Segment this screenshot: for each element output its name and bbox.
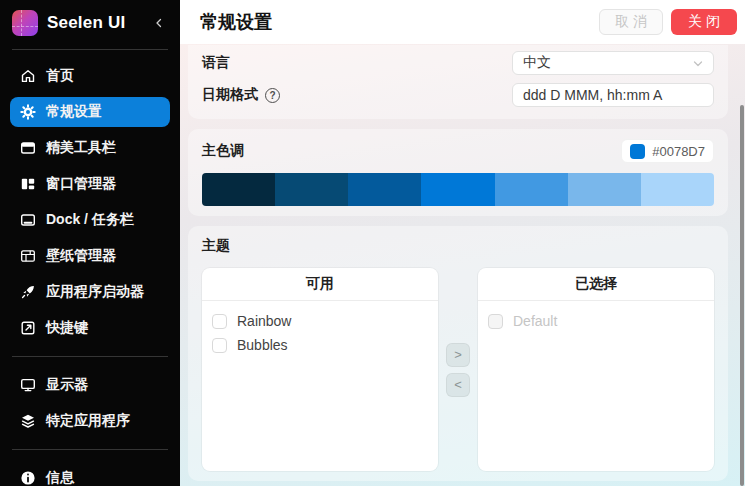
main-content: 常规设置 取 消 关 闭 语言 中文 日期格式 ? ddd [180,0,745,486]
rocket-icon [20,284,36,300]
checkbox-icon[interactable] [212,338,227,353]
palette-swatch [421,173,494,206]
selected-themes-list: Default [478,301,714,341]
app-logo [12,10,38,36]
dock-icon [20,212,36,228]
checkbox-icon [488,314,503,329]
help-question-icon[interactable]: ? [265,88,280,103]
palette-swatch [202,173,275,206]
sidebar-item-label: 应用程序启动器 [46,283,144,301]
sidebar-item-toolbar[interactable]: 精美工具栏 [10,133,170,163]
layers-icon [20,413,36,429]
sidebar-item-label: 信息 [46,469,74,486]
date-format-label: 日期格式 ? [202,86,280,104]
chevron-left-icon [154,14,164,32]
themes-label: 主题 [202,234,714,258]
sidebar-item-label: 快捷键 [46,319,88,337]
gear-icon [20,104,36,120]
sidebar-item-monitors[interactable]: 显示器 [10,370,170,400]
accent-color-swatch [630,144,645,159]
monitor-icon [20,377,36,393]
accent-color-row: 主色调 #0078D7 [202,137,714,165]
toolbar-icon [20,140,36,156]
cancel-button[interactable]: 取 消 [599,9,663,35]
palette-swatch [348,173,421,206]
sidebar-item-label: 窗口管理器 [46,175,116,193]
available-themes-header: 可用 [202,268,438,301]
sidebar-nav: 首页 常规设置 精美工具栏 窗口管理器 Dock / 任务栏 壁纸管理器 应用程… [10,61,170,486]
sidebar-item-general-settings[interactable]: 常规设置 [10,97,170,127]
date-format-row: 日期格式 ? ddd D MMM, hh:mm A [202,79,714,111]
accent-color-palette [202,173,714,206]
theme-item-rainbow[interactable]: Rainbow [212,310,428,332]
language-select-value: 中文 [523,54,551,72]
sidebar-divider [12,449,168,450]
checkbox-icon[interactable] [212,314,227,329]
sidebar-item-label: 首页 [46,67,74,85]
general-settings-card: 语言 中文 日期格式 ? ddd D MMM, hh:mm A [188,45,728,119]
sidebar-item-label: 壁纸管理器 [46,247,116,265]
move-left-button[interactable]: < [446,373,470,397]
accent-color-label: 主色调 [202,142,244,160]
sidebar-item-app-launcher[interactable]: 应用程序启动器 [10,277,170,307]
themes-transfer: 可用 Rainbow Bubbles > < [202,268,714,471]
transfer-buttons: > < [438,268,478,471]
selected-themes-panel: 已选择 Default [478,268,714,471]
date-format-input[interactable]: ddd D MMM, hh:mm A [512,83,714,107]
sidebar-item-information[interactable]: 信息 [10,463,170,486]
app-title: Seelen UI [47,13,141,33]
accent-color-card: 主色调 #0078D7 [188,129,728,216]
date-format-value: ddd D MMM, hh:mm A [523,87,662,103]
sidebar-divider [12,49,168,50]
theme-item-label: Default [513,313,557,329]
sidebar-item-specific-apps[interactable]: 特定应用程序 [10,406,170,436]
theme-item-label: Rainbow [237,313,291,329]
sidebar-item-label: 特定应用程序 [46,412,130,430]
sidebar-item-label: Dock / 任务栏 [46,211,134,229]
sidebar-item-shortcuts[interactable]: 快捷键 [10,313,170,343]
sidebar-item-wallpaper-manager[interactable]: 壁纸管理器 [10,241,170,271]
accent-color-hex: #0078D7 [652,144,705,159]
themes-card: 主题 可用 Rainbow Bubbles [188,226,728,481]
accent-color-picker-button[interactable]: #0078D7 [621,139,714,163]
sidebar-item-home[interactable]: 首页 [10,61,170,91]
language-row: 语言 中文 [202,47,714,79]
home-icon [20,68,36,84]
info-icon [20,470,36,486]
theme-item-label: Bubbles [237,337,288,353]
palette-swatch [568,173,641,206]
sidebar: Seelen UI 首页 常规设置 精美工具栏 窗口管理器 Dock / 任务栏 [0,0,180,486]
settings-scroll-area: 语言 中文 日期格式 ? ddd D MMM, hh:mm A [180,44,745,486]
language-label: 语言 [202,54,230,72]
app-logo-row: Seelen UI [10,8,170,42]
theme-item-default: Default [488,310,704,332]
shortcut-icon [20,320,36,336]
date-format-label-text: 日期格式 [202,86,258,104]
sidebar-item-label: 精美工具栏 [46,139,116,157]
window-manager-icon [20,176,36,192]
move-right-button[interactable]: > [446,343,470,367]
selected-themes-header: 已选择 [478,268,714,301]
sidebar-collapse-button[interactable] [150,14,168,32]
page-title: 常规设置 [200,10,591,34]
theme-item-bubbles[interactable]: Bubbles [212,334,428,356]
palette-swatch [275,173,348,206]
available-themes-panel: 可用 Rainbow Bubbles [202,268,438,471]
scrollbar-thumb[interactable] [740,105,744,486]
close-button[interactable]: 关 闭 [671,9,737,35]
sidebar-item-label: 常规设置 [46,103,102,121]
sidebar-item-window-manager[interactable]: 窗口管理器 [10,169,170,199]
sidebar-divider [12,356,168,357]
palette-swatch [495,173,568,206]
page-header: 常规设置 取 消 关 闭 [180,0,745,44]
available-themes-list: Rainbow Bubbles [202,301,438,365]
wallpaper-icon [20,248,36,264]
language-select[interactable]: 中文 [512,51,714,75]
sidebar-item-label: 显示器 [46,376,88,394]
sidebar-item-dock-taskbar[interactable]: Dock / 任务栏 [10,205,170,235]
chevron-down-icon [693,55,703,71]
palette-swatch [641,173,714,206]
